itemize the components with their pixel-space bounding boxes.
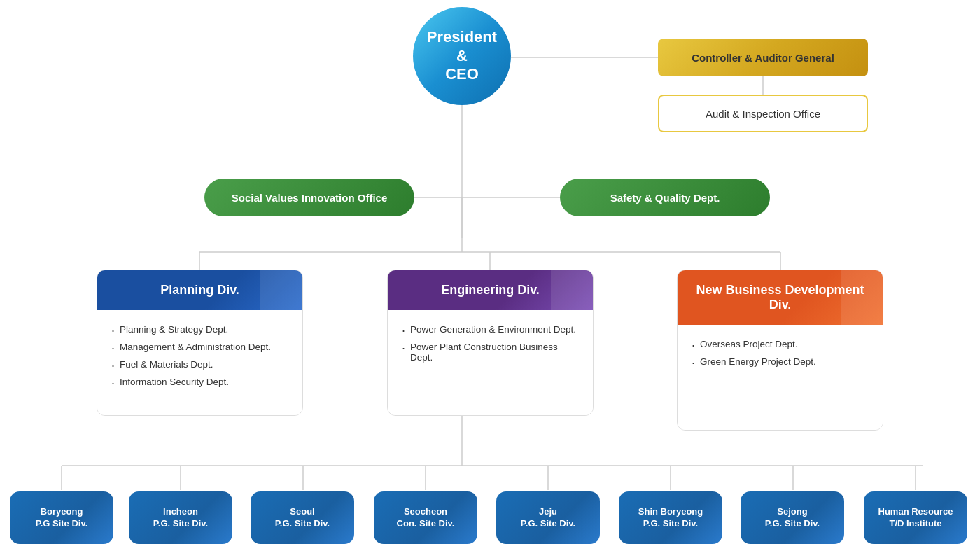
site-line2: T/D Institute [878,518,953,530]
engineering-title: Engineering Div. [441,283,540,297]
seocheon-site-card: Seocheon Con. Site Div. [374,491,477,544]
human-resource-site-card: Human Resource T/D Institute [864,491,967,544]
president-line3: CEO [445,65,479,83]
president-ceo-node: President & CEO [413,7,511,105]
engineering-division-card: Engineering Div. Power Generation & Envi… [387,270,594,416]
planning-title: Planning Div. [160,283,239,297]
safety-label: Safety & Quality Dept. [610,192,720,204]
seoul-site-card: Seoul P.G. Site Div. [251,491,354,544]
site-line2: P.G Site Div. [36,518,88,530]
safety-quality-node: Safety & Quality Dept. [560,179,770,216]
president-line2: & [456,47,468,64]
site-line1: Boryeong [36,506,88,518]
site-line1: Incheon [153,506,208,518]
list-item: Power Plant Construction Business Dept. [402,342,579,363]
new-business-title: New Business Development Div. [696,283,864,312]
new-business-division-header: New Business Development Div. [678,270,883,325]
controller-auditor-node: Controller & Auditor General [658,39,868,76]
incheon-site-card: Incheon P.G. Site Div. [129,491,232,544]
site-line1: Seocheon [397,506,455,518]
audit-label: Audit & Inspection Office [706,108,820,120]
site-line2: P.G. Site Div. [275,518,330,530]
shin-boryeong-site-card: Shin Boryeong P.G. Site Div. [619,491,722,544]
site-line2: P.G. Site Div. [153,518,208,530]
engineering-division-body: Power Generation & Environment Dept. Pow… [388,310,593,415]
controller-label: Controller & Auditor General [692,52,834,64]
list-item: Overseas Project Dept. [692,339,869,349]
planning-division-header: Planning Div. [97,270,302,310]
new-business-division-body: Overseas Project Dept. Green Energy Proj… [678,325,883,430]
site-line1: Sejong [765,506,820,518]
president-line1: President [427,28,497,46]
list-item: Management & Administration Dept. [111,342,288,352]
org-chart: President & CEO Controller & Auditor Gen… [0,0,980,544]
sejong-site-card: Sejong P.G. Site Div. [741,491,844,544]
list-item: Fuel & Materials Dept. [111,359,288,370]
social-values-label: Social Values Innovation Office [232,192,388,204]
site-line1: Human Resource [878,506,953,518]
planning-division-body: Planning & Strategy Dept. Management & A… [97,310,302,415]
site-line2: P.G. Site Div. [638,518,703,530]
site-line2: P.G. Site Div. [765,518,820,530]
list-item: Planning & Strategy Dept. [111,324,288,335]
boryeong-site-card: Boryeong P.G Site Div. [10,491,113,544]
planning-division-card: Planning Div. Planning & Strategy Dept. … [97,270,303,416]
site-line1: Shin Boryeong [638,506,703,518]
audit-inspection-node: Audit & Inspection Office [658,95,868,132]
engineering-division-header: Engineering Div. [388,270,593,310]
list-item: Green Energy Project Dept. [692,356,869,367]
jeju-site-card: Jeju P.G. Site Div. [496,491,600,544]
site-line1: Seoul [275,506,330,518]
social-values-node: Social Values Innovation Office [204,179,414,216]
list-item: Information Security Dept. [111,377,288,387]
site-line1: Jeju [521,506,575,518]
site-line2: Con. Site Div. [397,518,455,530]
new-business-division-card: New Business Development Div. Overseas P… [677,270,883,431]
site-line2: P.G. Site Div. [521,518,575,530]
list-item: Power Generation & Environment Dept. [402,324,579,335]
